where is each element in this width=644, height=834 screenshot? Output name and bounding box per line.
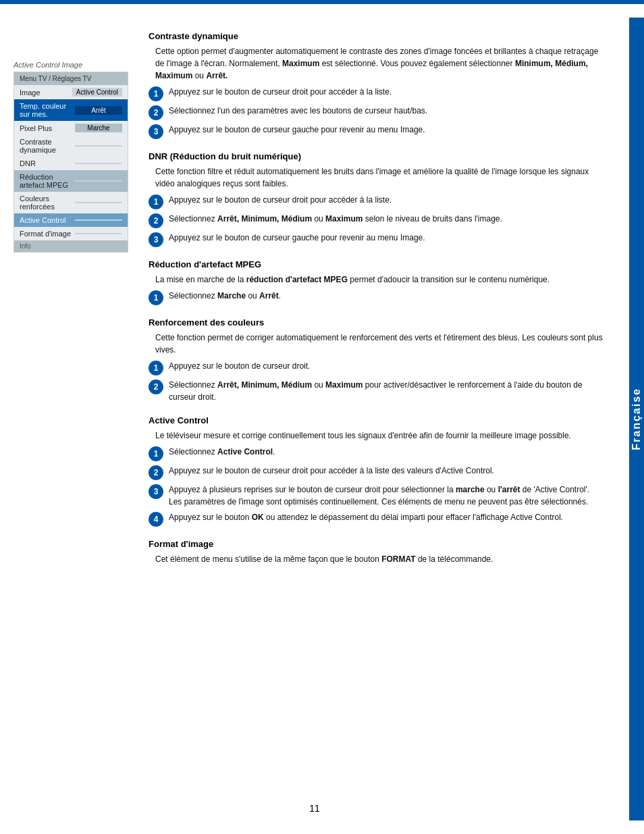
menu-info: Info bbox=[14, 240, 128, 252]
section-renforcement: Renforcement des couleurs Cette fonction… bbox=[149, 317, 609, 403]
menu-right-dnr bbox=[75, 163, 122, 164]
step-dnr-1: 1 Appuyez sur le bouton de curseur droit… bbox=[149, 194, 609, 209]
section-desc-active-control: Le téléviseur mesure et corrige continue… bbox=[155, 429, 609, 442]
section-format-image: Format d'image Cet élément de menu s'uti… bbox=[149, 539, 609, 565]
step-text-ac-4: Appuyez sur le bouton OK ou attendez le … bbox=[169, 511, 609, 523]
menu-label-pixel: Pixel Plus bbox=[20, 124, 52, 132]
step-num-2: 2 bbox=[149, 105, 163, 120]
menu-right-active-control bbox=[75, 219, 122, 221]
section-desc-dnr: Cette fonction filtre et réduit automati… bbox=[155, 165, 609, 190]
step-text-dnr-3: Appuyez sur le bouton de curseur gauche … bbox=[169, 232, 609, 244]
step-ac-3: 3 Appuyez à plusieurs reprises sur le bo… bbox=[149, 484, 609, 508]
section-title-format: Format d'image bbox=[149, 539, 609, 549]
step-num-ac-4: 4 bbox=[149, 512, 163, 527]
step-contraste-1: 1 Appuyez sur le bouton de curseur droit… bbox=[149, 86, 609, 101]
right-sidebar: Française bbox=[629, 18, 644, 820]
step-dnr-2: 2 Sélectionnez Arrêt, Minimum, Médium ou… bbox=[149, 213, 609, 228]
step-contraste-2: 2 Sélectionnez l'un des paramètres avec … bbox=[149, 105, 609, 120]
step-text-contraste-3: Appuyez sur le bouton de curseur gauche … bbox=[169, 124, 609, 136]
menu-label-reduction: Réduction artefact MPEG bbox=[20, 173, 75, 189]
menu-item-contraste[interactable]: Contraste dynamique bbox=[14, 135, 128, 157]
step-text-ac-3: Appuyez à plusieurs reprises sur le bout… bbox=[169, 484, 609, 508]
menu-label-active-control: Active Control bbox=[20, 216, 65, 224]
step-num-3: 3 bbox=[149, 124, 163, 139]
menu-label-couleurs: Couleurs renforcées bbox=[20, 194, 75, 211]
section-desc-reduction: La mise en marche de la réduction d'arte… bbox=[155, 273, 609, 286]
section-active-control: Active Control Le téléviseur mesure et c… bbox=[149, 415, 609, 527]
step-contraste-3: 3 Appuyez sur le bouton de curseur gauch… bbox=[149, 124, 609, 139]
menu-label-image: Image bbox=[20, 88, 41, 97]
step-ac-2: 2 Appuyez sur le bouton de curseur droit… bbox=[149, 465, 609, 480]
menu-right-image: Active Control bbox=[72, 88, 122, 97]
section-desc-format: Cet élément de menu s'utilise de la même… bbox=[155, 553, 609, 565]
step-num-renforcement-1: 1 bbox=[149, 361, 163, 375]
step-text-renforcement-1: Appuyez sur le bouton de curseur droit. bbox=[169, 360, 609, 372]
step-text-reduction-1: Sélectionnez Marche ou Arrêt. bbox=[169, 290, 609, 302]
section-title-renforcement: Renforcement des couleurs bbox=[149, 317, 609, 328]
menu-box: Menu TV / Réglages TV Image Active Contr… bbox=[14, 72, 128, 253]
section-title-contraste: Contraste dynamique bbox=[149, 31, 609, 41]
step-ac-4: 4 Appuyez sur le bouton OK ou attendez l… bbox=[149, 511, 609, 527]
menu-label-format: Format d'image bbox=[20, 230, 71, 238]
step-text-renforcement-2: Sélectionnez Arrêt, Minimum, Médium ou M… bbox=[169, 379, 609, 403]
menu-right-reduction bbox=[75, 180, 122, 182]
step-reduction-1: 1 Sélectionnez Marche ou Arrêt. bbox=[149, 290, 609, 305]
menu-label-dnr: DNR bbox=[20, 159, 36, 167]
section-dnr: DNR (Réduction du bruit numérique) Cette… bbox=[149, 151, 609, 247]
section-desc-renforcement: Cette fonction permet de corriger automa… bbox=[155, 332, 609, 356]
step-num-reduction-1: 1 bbox=[149, 290, 163, 305]
menu-title: Menu TV / Réglages TV bbox=[14, 72, 128, 85]
step-num-dnr-2: 2 bbox=[149, 213, 163, 228]
step-num-ac-1: 1 bbox=[149, 446, 163, 461]
menu-right-format bbox=[75, 233, 122, 234]
step-num-renforcement-2: 2 bbox=[149, 380, 163, 394]
section-desc-contraste: Cette option permet d'augmenter automati… bbox=[155, 45, 609, 82]
menu-right-couleurs bbox=[75, 202, 122, 203]
step-text-dnr-1: Appuyez sur le bouton de curseur droit p… bbox=[169, 194, 609, 206]
menu-item-image[interactable]: Image Active Control bbox=[14, 85, 128, 99]
step-text-contraste-1: Appuyez sur le bouton de curseur droit p… bbox=[169, 86, 609, 98]
menu-right-temp: Arrêt bbox=[75, 106, 122, 115]
section-contraste-dynamique: Contraste dynamique Cette option permet … bbox=[149, 31, 609, 139]
sidebar-language-label: Française bbox=[630, 388, 643, 450]
step-num-dnr-1: 1 bbox=[149, 194, 163, 209]
left-panel: Active Control Image Menu TV / Réglages … bbox=[0, 18, 135, 820]
active-control-image-label: Active Control Image bbox=[14, 61, 128, 69]
menu-item-pixel[interactable]: Pixel Plus Marche bbox=[14, 121, 128, 135]
menu-item-couleurs[interactable]: Couleurs renforcées bbox=[14, 192, 128, 213]
step-num-ac-3: 3 bbox=[149, 484, 163, 499]
menu-right-pixel: Marche bbox=[75, 124, 122, 132]
step-text-dnr-2: Sélectionnez Arrêt, Minimum, Médium ou M… bbox=[169, 213, 609, 225]
step-num-dnr-3: 3 bbox=[149, 232, 163, 247]
step-ac-1: 1 Sélectionnez Active Control. bbox=[149, 446, 609, 461]
menu-item-active-control[interactable]: Active Control bbox=[14, 213, 128, 227]
menu-right-contraste bbox=[75, 145, 122, 147]
step-num-1: 1 bbox=[149, 86, 163, 101]
section-title-dnr: DNR (Réduction du bruit numérique) bbox=[149, 151, 609, 161]
right-panel: Contraste dynamique Cette option permet … bbox=[135, 18, 629, 820]
menu-item-reduction[interactable]: Réduction artefact MPEG bbox=[14, 170, 128, 192]
section-reduction-mpeg: Réduction d'artefact MPEG La mise en mar… bbox=[149, 259, 609, 305]
step-dnr-3: 3 Appuyez sur le bouton de curseur gauch… bbox=[149, 232, 609, 247]
step-text-ac-2: Appuyez sur le bouton de curseur droit p… bbox=[169, 465, 609, 477]
page-number: 11 bbox=[0, 796, 629, 820]
step-renforcement-2: 2 Sélectionnez Arrêt, Minimum, Médium ou… bbox=[149, 379, 609, 403]
section-title-reduction: Réduction d'artefact MPEG bbox=[149, 259, 609, 269]
step-renforcement-1: 1 Appuyez sur le bouton de curseur droit… bbox=[149, 360, 609, 375]
section-title-active-control: Active Control bbox=[149, 415, 609, 425]
menu-label-temp: Temp. couleur sur mes. bbox=[20, 102, 75, 118]
step-num-ac-2: 2 bbox=[149, 465, 163, 480]
step-text-ac-1: Sélectionnez Active Control. bbox=[169, 446, 609, 458]
menu-item-dnr[interactable]: DNR bbox=[14, 157, 128, 170]
menu-item-temp[interactable]: Temp. couleur sur mes. Arrêt bbox=[14, 99, 128, 121]
menu-item-format[interactable]: Format d'image bbox=[14, 227, 128, 240]
step-text-contraste-2: Sélectionnez l'un des paramètres avec le… bbox=[169, 105, 609, 117]
menu-label-contraste: Contraste dynamique bbox=[20, 138, 75, 154]
